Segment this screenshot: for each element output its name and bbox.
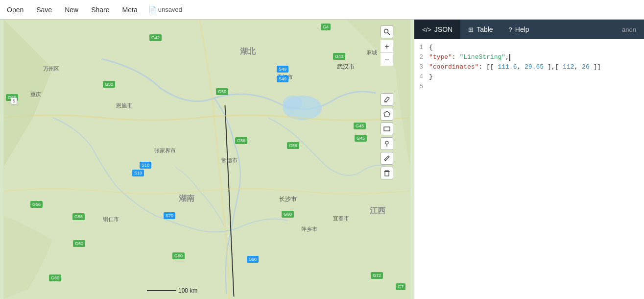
table-tab-label: Table xyxy=(477,25,493,33)
svg-point-9 xyxy=(385,141,388,144)
right-panel: </> JSON ⊞ Table ? Help anon 1 { 2 "type… xyxy=(414,20,644,299)
edit-draw-button[interactable] xyxy=(381,152,393,165)
pencil-icon xyxy=(383,96,390,103)
topbar: Open Save New Share Meta 📄 unsaved xyxy=(0,0,644,20)
tab-json[interactable]: </> JSON xyxy=(414,20,460,39)
table-tab-icon: ⊞ xyxy=(468,26,474,33)
unsaved-label: 📄 unsaved xyxy=(148,6,182,13)
code-line-5: 5 xyxy=(414,82,644,92)
svg-rect-8 xyxy=(384,127,390,131)
code-line-3: 3 "coordinates": [[ 111.6, 29.65 ],[ 112… xyxy=(414,63,644,73)
rectangle-draw-button[interactable] xyxy=(381,123,393,135)
marker-draw-button[interactable] xyxy=(381,137,393,150)
json-tab-icon: </> xyxy=(422,26,431,33)
code-line-1: 1 { xyxy=(414,43,644,53)
pencil-draw-button[interactable] xyxy=(381,93,393,106)
main-area: 湖北 湖南 江西 武汉市 麻城 长沙市 重庆 万州区 恩施市 张家界市 常德市 … xyxy=(0,20,644,299)
svg-point-2 xyxy=(283,96,303,110)
line-num-3: 3 xyxy=(414,63,429,71)
code-line-4: 4 } xyxy=(414,73,644,82)
code-line-2: 2 "type": "LineString", xyxy=(414,53,644,63)
line-num-4: 4 xyxy=(414,73,429,80)
marker-icon xyxy=(383,140,390,147)
polygon-draw-button[interactable] xyxy=(381,108,393,121)
open-button[interactable]: Open xyxy=(5,4,25,16)
tab-table[interactable]: ⊞ Table xyxy=(460,20,501,39)
scale-bar: 100 km xyxy=(147,287,197,294)
help-tab-icon: ? xyxy=(509,26,512,33)
line-num-1: 1 xyxy=(414,44,429,51)
line-content-4: } xyxy=(429,73,433,80)
polygon-icon xyxy=(383,111,390,118)
help-tab-label: Help xyxy=(515,25,529,33)
draw-toolbar xyxy=(381,74,393,179)
scale-line xyxy=(147,290,176,291)
tab-help[interactable]: ? Help xyxy=(501,20,537,39)
line-content-2: "type": "LineString", xyxy=(429,53,510,61)
search-icon xyxy=(383,28,390,35)
json-tab-label: JSON xyxy=(434,25,453,33)
search-button[interactable] xyxy=(381,25,393,38)
save-button[interactable]: Save xyxy=(34,4,54,16)
share-button[interactable]: Share xyxy=(89,4,111,16)
trash-icon xyxy=(383,170,390,176)
zoom-controls: + − xyxy=(381,40,393,66)
new-button[interactable]: New xyxy=(63,4,80,16)
panel-tabs: </> JSON ⊞ Table ? Help anon xyxy=(414,20,644,39)
zoom-out-button[interactable]: − xyxy=(381,53,393,66)
svg-rect-11 xyxy=(385,172,389,176)
line-num-5: 5 xyxy=(414,83,429,90)
map-container[interactable]: 湖北 湖南 江西 武汉市 麻城 长沙市 重庆 万州区 恩施市 张家界市 常德市 … xyxy=(0,20,414,299)
map-svg xyxy=(0,20,414,299)
svg-marker-7 xyxy=(384,111,390,117)
scale-label: 100 km xyxy=(178,287,197,294)
unsaved-icon: 📄 xyxy=(148,6,156,13)
unsaved-text: unsaved xyxy=(158,6,182,13)
edit-icon xyxy=(383,155,390,162)
line-num-2: 2 xyxy=(414,53,429,61)
rectangle-icon xyxy=(383,125,390,132)
svg-line-5 xyxy=(388,33,390,35)
svg-point-4 xyxy=(384,29,388,33)
user-label: anon xyxy=(614,26,644,33)
zoom-in-button[interactable]: + xyxy=(381,40,393,53)
line-content-1: { xyxy=(429,44,433,51)
delete-draw-button[interactable] xyxy=(381,167,393,179)
line-content-3: "coordinates": [[ 111.6, 29.65 ],[ 112, … xyxy=(429,63,601,71)
meta-button[interactable]: Meta xyxy=(120,4,140,16)
code-editor[interactable]: 1 { 2 "type": "LineString", 3 "coordinat… xyxy=(414,39,644,299)
